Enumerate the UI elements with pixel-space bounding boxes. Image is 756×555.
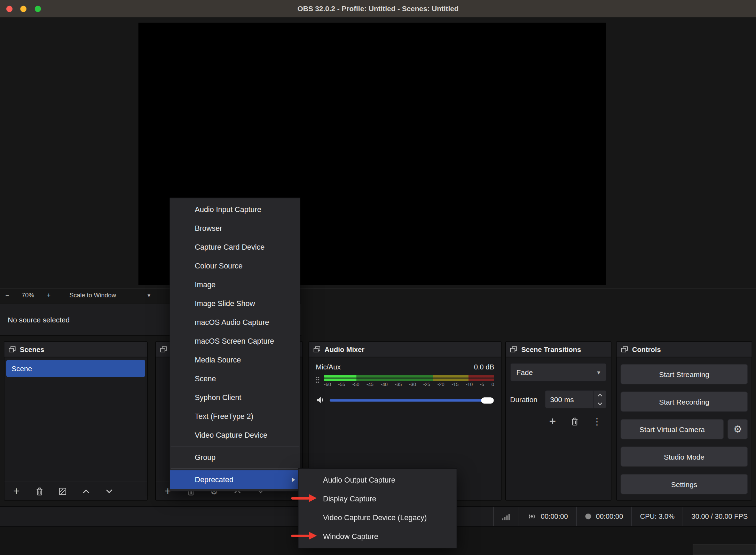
controls-title: Controls (632, 345, 661, 353)
zoom-in-button[interactable]: + (41, 292, 56, 299)
zoom-level-label: 70% (15, 292, 42, 299)
zoom-window-button[interactable] (35, 6, 41, 12)
menu-separator (171, 468, 299, 469)
menu-item-group[interactable]: Group (170, 448, 300, 467)
record-dot-icon (585, 513, 591, 520)
start-recording-button[interactable]: Start Recording (621, 392, 748, 412)
network-status (494, 507, 519, 526)
scene-filters-button[interactable] (58, 486, 68, 496)
duration-stepper (593, 391, 606, 408)
menu-item-image-slide-show[interactable]: Image Slide Show (170, 294, 300, 313)
tick-label: -10 (466, 382, 473, 387)
volume-meter: -60 -55 -50 -45 -40 -35 -30 -25 -20 -15 … (316, 375, 494, 387)
menu-item-macos-screen-capture[interactable]: macOS Screen Capture (170, 332, 300, 351)
menu-item-scene[interactable]: Scene (170, 369, 300, 388)
menu-item-macos-audio-capture[interactable]: macOS Audio Capture (170, 313, 300, 332)
volume-control-row (316, 396, 494, 404)
add-source-menu: Audio Input Capture Browser Capture Card… (170, 198, 300, 491)
tick-label: -55 (338, 382, 345, 387)
minimize-window-button[interactable] (20, 6, 26, 12)
menu-item-media-source[interactable]: Media Source (170, 351, 300, 369)
arrow-shaft (291, 497, 310, 500)
channel-name-label: Mic/Aux (316, 363, 340, 371)
menu-item-capture-card-device[interactable]: Capture Card Device (170, 238, 300, 257)
settings-button[interactable]: Settings (621, 474, 748, 494)
start-virtual-camera-button[interactable]: Start Virtual Camera (621, 419, 724, 439)
zoom-out-button[interactable]: − (0, 292, 15, 299)
menu-item-image[interactable]: Image (170, 275, 300, 294)
arrow-head (309, 532, 317, 540)
cpu-label: CPU: 3.0% (640, 513, 675, 520)
submenu-item-display-capture[interactable]: Display Capture (298, 490, 456, 508)
remove-transition-button[interactable] (570, 416, 580, 427)
submenu-item-window-capture[interactable]: Window Capture (298, 527, 456, 546)
menu-separator (171, 446, 299, 446)
duration-spinbox[interactable]: 300 ms (545, 390, 606, 408)
transition-dropdown[interactable]: Fade ▾ (510, 363, 607, 382)
network-bars-icon (502, 513, 511, 520)
scene-transitions-header[interactable]: Scene Transitions (506, 342, 611, 357)
menu-item-video-capture-device[interactable]: Video Capture Device (170, 426, 300, 445)
controls-body: Start Streaming Start Recording Start Vi… (617, 357, 752, 500)
move-scene-down-button[interactable] (104, 486, 114, 496)
add-transition-button[interactable]: + (548, 416, 558, 427)
meter-bars: -60 -55 -50 -45 -40 -35 -30 -25 -20 -15 … (324, 375, 494, 387)
menu-item-browser[interactable]: Browser (170, 219, 300, 238)
duration-value[interactable]: 300 ms (545, 391, 594, 408)
preview-zoom-toolbar: − 70% + Scale to Window ▾ (0, 288, 756, 302)
duration-decrement-button[interactable] (594, 399, 606, 408)
broadcast-icon (528, 513, 536, 520)
drag-handle-icon[interactable] (316, 375, 320, 387)
virtual-camera-row: Start Virtual Camera ⚙ (621, 419, 748, 439)
chevron-down-icon: ▾ (148, 292, 150, 299)
transition-properties-button[interactable]: ⋮ (592, 416, 602, 427)
menu-item-audio-input-capture[interactable]: Audio Input Capture (170, 200, 300, 219)
annotation-arrow-window-capture (291, 532, 317, 540)
scale-mode-dropdown[interactable]: Scale to Window ▾ (65, 290, 155, 300)
channel-level-label: 0.0 dB (474, 363, 494, 371)
move-scene-up-button[interactable] (81, 486, 91, 496)
add-scene-button[interactable]: + (11, 486, 21, 496)
scale-mode-value: Scale to Window (69, 292, 116, 299)
slider-handle[interactable] (481, 397, 494, 403)
submenu-item-video-capture-device-legacy[interactable]: Video Capture Device (Legacy) (298, 508, 456, 527)
menu-item-syphon-client[interactable]: Syphon Client (170, 388, 300, 407)
title-bar: OBS 32.0.2 - Profile: Untitled - Scenes:… (0, 0, 756, 17)
arrow-shaft (291, 535, 310, 537)
volume-slider[interactable] (330, 397, 494, 403)
remove-scene-button[interactable] (35, 486, 45, 496)
transition-value: Fade (517, 368, 533, 376)
tick-label: -20 (438, 382, 444, 387)
annotation-arrow-display-capture (291, 494, 317, 502)
audio-mixer-header[interactable]: Audio Mixer (309, 342, 501, 357)
mixer-channel-row: Mic/Aux 0.0 dB (316, 363, 494, 371)
dock-icon (510, 346, 518, 352)
recording-timecode: 00:00:00 (596, 513, 623, 520)
submenu-item-audio-output-capture[interactable]: Audio Output Capture (298, 471, 456, 490)
meter-bar-right (324, 378, 494, 381)
arrow-head (309, 494, 317, 502)
tick-label: 0 (491, 382, 494, 387)
scenes-panel-header[interactable]: Scenes (4, 342, 147, 357)
duration-increment-button[interactable] (594, 391, 606, 399)
speaker-icon[interactable] (316, 396, 325, 404)
dock-icon (313, 346, 321, 352)
scene-transitions-title: Scene Transitions (521, 345, 581, 353)
scenes-list: Scene (4, 357, 147, 482)
scene-transitions-panel: Scene Transitions Fade ▾ Duration 300 ms (505, 342, 612, 501)
menu-item-colour-source[interactable]: Colour Source (170, 257, 300, 275)
menu-item-deprecated[interactable]: Deprecated (170, 470, 300, 489)
studio-mode-button[interactable]: Studio Mode (621, 446, 748, 467)
tick-label: -35 (395, 382, 402, 387)
tick-label: -50 (352, 382, 359, 387)
controls-header[interactable]: Controls (617, 342, 752, 357)
virtual-camera-config-button[interactable]: ⚙ (727, 419, 748, 439)
scene-list-item-selected[interactable]: Scene (6, 360, 145, 377)
obs-window: OBS 32.0.2 - Profile: Untitled - Scenes:… (0, 0, 756, 555)
tick-label: -40 (381, 382, 388, 387)
close-window-button[interactable] (6, 6, 13, 12)
menu-item-text-freetype2[interactable]: Text (FreeType 2) (170, 407, 300, 426)
scenes-toolbar: + (4, 482, 147, 500)
tick-label: -15 (451, 382, 458, 387)
start-streaming-button[interactable]: Start Streaming (621, 364, 748, 384)
